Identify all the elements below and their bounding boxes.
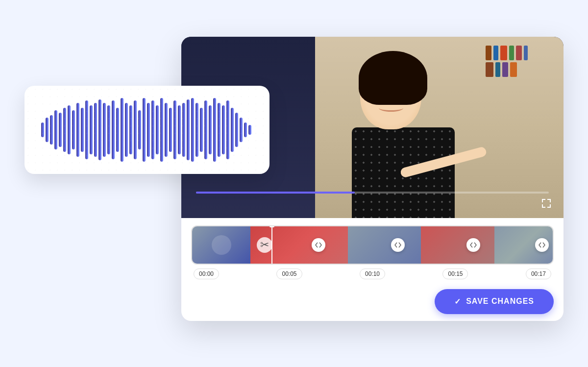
svg-rect-35: [196, 103, 198, 157]
time-markers: 00:00 00:05 00:10 00:15 00:17: [191, 269, 554, 279]
svg-rect-53: [542, 204, 543, 208]
timestamp-4: 00:17: [526, 269, 551, 279]
svg-rect-24: [147, 103, 150, 157]
svg-rect-16: [112, 100, 115, 159]
save-button-container: ✓ SAVE CHANGES: [181, 284, 564, 314]
waveform-card: [24, 86, 270, 174]
svg-rect-39: [213, 98, 216, 162]
svg-rect-0: [41, 122, 44, 137]
svg-rect-43: [231, 108, 234, 152]
svg-rect-8: [76, 103, 79, 157]
timestamp-2: 00:10: [360, 269, 385, 279]
svg-rect-15: [107, 105, 110, 154]
svg-rect-34: [191, 98, 194, 162]
save-changes-button[interactable]: ✓ SAVE CHANGES: [435, 289, 554, 314]
timestamp-3: 00:15: [442, 269, 468, 279]
svg-rect-49: [542, 199, 543, 202]
svg-rect-32: [182, 103, 185, 157]
svg-rect-21: [134, 100, 137, 159]
svg-rect-14: [103, 103, 106, 157]
svg-rect-4: [59, 113, 62, 147]
svg-rect-12: [94, 103, 97, 157]
nav-handle-1[interactable]: [312, 238, 325, 252]
scissors-icon[interactable]: ✂: [257, 237, 272, 253]
svg-rect-40: [218, 103, 220, 157]
svg-rect-20: [129, 105, 132, 154]
svg-rect-41: [222, 105, 225, 154]
editor-card: ✂: [181, 37, 564, 321]
svg-rect-36: [200, 108, 203, 152]
svg-rect-7: [72, 110, 75, 149]
timestamp-1: 00:05: [276, 269, 302, 279]
nav-handle-2[interactable]: [391, 238, 405, 252]
scene: ✂: [24, 17, 564, 350]
svg-rect-11: [90, 105, 93, 154]
svg-rect-3: [54, 110, 57, 149]
svg-rect-37: [204, 100, 207, 159]
svg-rect-2: [50, 115, 53, 145]
svg-rect-46: [244, 122, 247, 137]
timeline-container: ✂: [181, 218, 564, 284]
save-changes-label: SAVE CHANGES: [466, 297, 534, 306]
timeline-thumb-1: [192, 226, 250, 264]
svg-rect-55: [550, 204, 551, 208]
nav-handle-3[interactable]: [466, 238, 480, 252]
nav-handle-4[interactable]: [535, 238, 549, 252]
svg-rect-9: [81, 108, 84, 152]
svg-rect-30: [173, 100, 176, 159]
timeline-thumb-4: [421, 226, 494, 264]
svg-rect-28: [165, 103, 168, 157]
svg-rect-19: [125, 103, 128, 157]
svg-rect-33: [187, 99, 190, 160]
waveform-svg: [39, 96, 255, 164]
svg-rect-17: [116, 108, 119, 152]
svg-rect-44: [235, 113, 238, 147]
svg-rect-27: [160, 98, 163, 162]
svg-rect-26: [156, 105, 159, 154]
svg-rect-51: [550, 199, 551, 202]
svg-rect-18: [121, 98, 123, 162]
svg-rect-29: [169, 108, 172, 152]
timeline-strip: ✂: [191, 225, 554, 265]
svg-rect-31: [178, 105, 181, 154]
timestamp-0: 00:00: [194, 269, 219, 279]
person-hair: [359, 51, 427, 105]
video-progress-fill: [196, 192, 355, 194]
svg-rect-1: [46, 118, 49, 142]
svg-rect-23: [143, 98, 146, 162]
svg-rect-38: [209, 105, 212, 154]
svg-rect-42: [226, 100, 229, 159]
timeline-thumb-3: [348, 226, 421, 264]
save-checkmark-icon: ✓: [454, 297, 461, 306]
svg-rect-13: [98, 99, 101, 160]
svg-rect-45: [240, 118, 243, 142]
svg-rect-5: [63, 108, 66, 152]
video-progress-bar[interactable]: [196, 192, 549, 194]
svg-rect-10: [85, 100, 88, 159]
svg-rect-22: [138, 110, 141, 149]
expand-icon[interactable]: [539, 196, 554, 211]
svg-rect-25: [151, 100, 154, 159]
svg-rect-6: [68, 105, 71, 154]
svg-rect-47: [248, 125, 251, 135]
bookshelf: [486, 46, 544, 85]
